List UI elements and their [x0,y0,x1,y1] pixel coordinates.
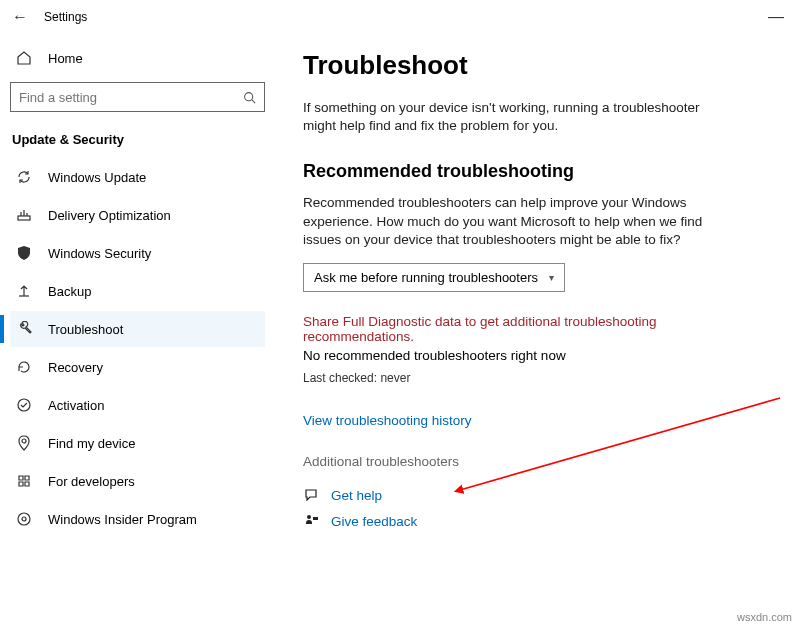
group-label: Update & Security [10,128,265,157]
sidebar-item-troubleshoot[interactable]: Troubleshoot [10,311,265,347]
developers-icon [16,473,32,489]
back-button[interactable]: ← [10,8,30,26]
recommended-heading: Recommended troubleshooting [303,161,770,182]
main-content: Troubleshoot If something on your device… [275,34,800,629]
sidebar-item-for-developers[interactable]: For developers [10,463,265,499]
svg-rect-2 [18,216,30,220]
sidebar-item-windows-security[interactable]: Windows Security [10,235,265,271]
troubleshoot-preference-select[interactable]: Ask me before running troubleshooters ▾ [303,263,565,292]
nav-label: Activation [48,398,104,413]
backup-icon [16,283,32,299]
select-value: Ask me before running troubleshooters [314,270,538,285]
get-help-row[interactable]: Get help [303,487,770,503]
minimize-button[interactable]: — [762,8,790,26]
sidebar-item-windows-insider[interactable]: Windows Insider Program [10,501,265,537]
sidebar: Home Update & Security Windows Update De… [0,34,275,629]
get-help-link[interactable]: Get help [331,488,382,503]
insider-icon [16,511,32,527]
nav-label: Windows Insider Program [48,512,197,527]
check-circle-icon [16,397,32,413]
sidebar-item-activation[interactable]: Activation [10,387,265,423]
home-label: Home [48,51,83,66]
recommended-text: Recommended troubleshooters can help imp… [303,194,703,249]
watermark: wsxdn.com [737,611,792,623]
nav-label: Delivery Optimization [48,208,171,223]
nav-label: Troubleshoot [48,322,123,337]
nav-label: Windows Update [48,170,146,185]
shield-icon [16,245,32,261]
search-icon [243,91,256,104]
svg-point-7 [307,515,311,519]
wrench-icon [16,321,32,337]
give-feedback-link[interactable]: Give feedback [331,514,417,529]
home-nav[interactable]: Home [10,40,265,80]
additional-troubleshooters-link[interactable]: Additional troubleshooters [303,454,770,469]
intro-text: If something on your device isn't workin… [303,99,703,135]
svg-point-4 [22,439,26,443]
sidebar-item-delivery-optimization[interactable]: Delivery Optimization [10,197,265,233]
nav-label: Recovery [48,360,103,375]
history-link[interactable]: View troubleshooting history [303,413,770,428]
nav-label: Backup [48,284,91,299]
svg-point-5 [18,513,30,525]
sidebar-item-find-my-device[interactable]: Find my device [10,425,265,461]
diagnostic-warning: Share Full Diagnostic data to get additi… [303,314,703,344]
nav-label: For developers [48,474,135,489]
chevron-down-icon: ▾ [549,272,554,283]
chat-icon [303,487,319,503]
page-title: Troubleshoot [303,50,770,81]
sidebar-item-windows-update[interactable]: Windows Update [10,159,265,195]
nav-label: Windows Security [48,246,151,261]
give-feedback-row[interactable]: Give feedback [303,513,770,529]
last-checked-text: Last checked: never [303,371,770,385]
recovery-icon [16,359,32,375]
svg-point-3 [18,399,30,411]
sidebar-item-backup[interactable]: Backup [10,273,265,309]
delivery-icon [16,207,32,223]
svg-line-1 [252,99,255,102]
svg-point-0 [245,92,253,100]
feedback-icon [303,513,319,529]
home-icon [16,50,32,66]
no-recommended-text: No recommended troubleshooters right now [303,348,770,363]
location-icon [16,435,32,451]
search-box[interactable] [10,82,265,112]
svg-point-6 [22,517,26,521]
window-title: Settings [44,10,87,24]
search-input[interactable] [19,90,243,105]
nav-label: Find my device [48,436,135,451]
sidebar-item-recovery[interactable]: Recovery [10,349,265,385]
sync-icon [16,169,32,185]
